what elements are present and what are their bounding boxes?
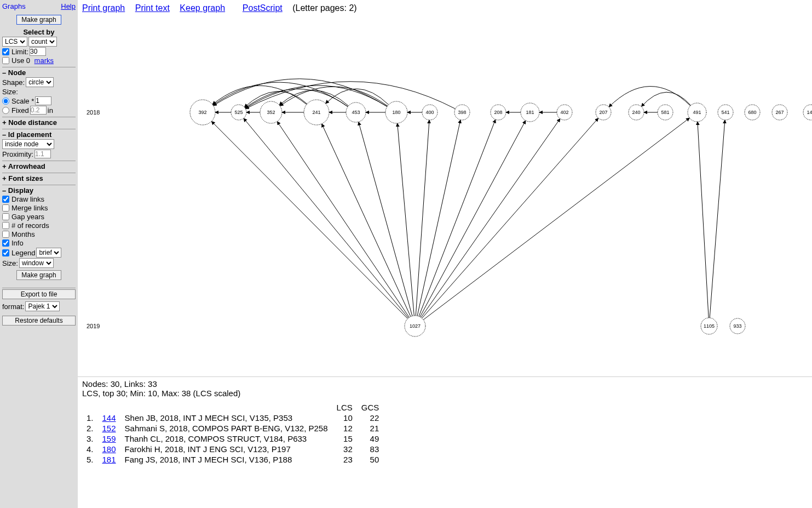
limit-checkbox[interactable] [2,48,9,55]
merge-links-label: Merge links [11,204,48,212]
record-id-cell: 180 [98,444,120,454]
record-lcs: 32 [332,444,357,454]
legend-checkbox[interactable] [2,249,9,256]
svg-line-21 [421,118,560,317]
restore-defaults-button[interactable]: Restore defaults [2,316,76,326]
row-num: 1. [82,413,98,423]
svg-text:207: 207 [599,110,607,115]
arrowhead-heading[interactable]: + Arrowhead [2,161,76,170]
format-label: format: [2,302,24,311]
make-graph-button[interactable]: Make graph [16,15,61,25]
record-gcs: 22 [357,413,384,423]
svg-text:2019: 2019 [87,323,100,329]
fixed-radio[interactable] [2,107,9,114]
pages-text: (Letter pages: 2) [290,3,357,13]
select-by-mode[interactable]: count [28,37,57,47]
display-heading[interactable]: – Display [2,185,76,195]
record-gcs: 21 [357,423,384,433]
scale-label: Scale * [11,97,34,105]
record-id-link[interactable]: 152 [102,424,116,433]
legend-select[interactable]: brief [36,248,61,258]
node-distance-heading[interactable]: + Node distance [2,117,76,127]
limit-input[interactable] [30,47,46,56]
svg-text:933: 933 [733,323,741,329]
info-line2: LCS, top 30; Min: 10, Max: 38 (LCS scale… [82,389,808,398]
record-id-cell: 144 [98,413,120,423]
postscript-link[interactable]: PostScript [243,3,283,13]
record-text: Farokhi H, 2018, INT J ENG SCI, V123, P1… [120,444,332,454]
svg-line-25 [710,120,725,318]
svg-text:144: 144 [807,110,812,115]
format-select[interactable]: Pajek 1 [25,301,60,311]
gap-years-checkbox[interactable] [2,213,9,220]
record-id-link[interactable]: 181 [102,455,116,464]
hdr-lcs: LCS [332,402,357,413]
months-checkbox[interactable] [2,231,9,238]
svg-line-22 [422,118,598,318]
svg-text:181: 181 [526,110,534,115]
use0-label: Use 0 [11,56,30,65]
table-row: 1. 144 Shen JB, 2018, INT J MECH SCI, V1… [82,413,383,423]
record-text: Thanh CL, 2018, COMPOS STRUCT, V184, P63… [120,433,332,444]
row-num: 4. [82,444,98,454]
marks-link[interactable]: marks [34,56,54,65]
fixed-label: Fixed [11,106,29,115]
print-graph-link[interactable]: Print graph [82,3,125,13]
font-sizes-heading[interactable]: + Font sizes [2,173,76,182]
svg-text:2018: 2018 [87,109,100,116]
svg-text:453: 453 [352,110,360,115]
svg-line-15 [359,122,412,316]
record-id-cell: 181 [98,454,120,465]
record-id-link[interactable]: 144 [102,413,116,423]
table-row: 3. 159 Thanh CL, 2018, COMPOS STRUCT, V1… [82,433,383,444]
shape-select[interactable]: circle [26,77,54,87]
table-header-row: LCS GCS [82,402,383,413]
svg-line-13 [277,122,409,318]
record-text: Shen JB, 2018, INT J MECH SCI, V135, P35… [120,413,332,423]
svg-line-19 [419,119,496,316]
select-by-field[interactable]: LCS [2,37,27,47]
size-label: Size: [2,88,76,96]
scale-input[interactable] [35,96,51,105]
record-gcs: 50 [357,454,384,465]
svg-text:398: 398 [458,110,466,115]
fixed-input [30,106,47,115]
help-link[interactable]: Help [61,2,76,10]
svg-text:1027: 1027 [410,323,421,329]
record-id-link[interactable]: 180 [102,444,116,454]
svg-text:581: 581 [661,110,669,115]
svg-line-23 [423,118,689,319]
merge-links-checkbox[interactable] [2,204,9,212]
row-num: 2. [82,423,98,433]
num-records-checkbox[interactable] [2,222,9,229]
table-row: 4. 180 Farokhi H, 2018, INT J ENG SCI, V… [82,444,383,454]
make-graph-button-2[interactable]: Make graph [16,270,61,280]
topbar: Print graph Print text Keep graph PostSc… [78,0,812,16]
info-checkbox[interactable] [2,239,9,247]
svg-text:680: 680 [748,110,756,115]
record-text: Fang JS, 2018, INT J MECH SCI, V136, P18… [120,454,332,465]
id-placement-select[interactable]: inside node [2,139,54,149]
limit-label: Limit: [11,48,28,56]
id-placement-heading[interactable]: – Id placement [2,129,76,139]
use0-checkbox[interactable] [2,57,9,64]
record-id-cell: 152 [98,423,120,433]
num-records-label: # of records [11,221,49,230]
proximity-label: Proximity: [2,150,33,158]
draw-links-checkbox[interactable] [2,196,9,203]
node-heading[interactable]: – Node [2,67,76,77]
svg-text:392: 392 [198,110,206,115]
record-id-link[interactable]: 159 [102,434,116,443]
svg-text:400: 400 [425,110,434,115]
svg-line-11 [211,121,407,318]
sidebar: Graphs Help Make graph Select by LCS cou… [0,0,78,508]
keep-graph-link[interactable]: Keep graph [180,3,225,13]
print-text-link[interactable]: Print text [135,3,170,13]
svg-text:267: 267 [775,110,784,115]
scale-radio[interactable] [2,98,9,105]
size2-select[interactable]: window [19,258,54,268]
record-gcs: 49 [357,433,384,444]
export-button[interactable]: Export to file [2,289,76,299]
svg-line-24 [698,122,709,318]
table-row: 2. 152 Sahmani S, 2018, COMPOS PART B-EN… [82,423,383,433]
